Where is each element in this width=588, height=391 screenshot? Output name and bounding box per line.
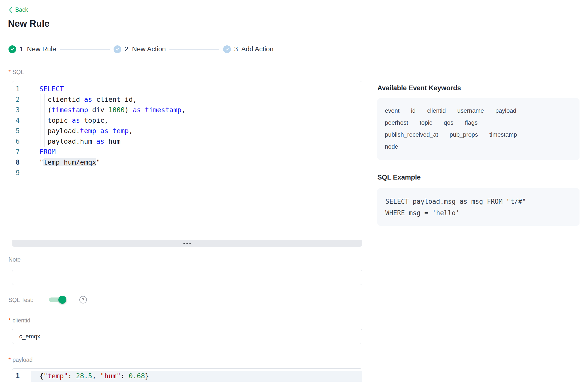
keyword-row: peerhosttopicqosflags	[385, 119, 572, 126]
step-label: 3. Add Action	[234, 45, 274, 53]
code-line: 4 topic as topic,	[12, 115, 362, 126]
help-icon[interactable]: ?	[79, 296, 87, 303]
step-connector	[169, 49, 219, 50]
line-number: 1	[12, 371, 20, 381]
chevron-left-icon	[8, 7, 13, 13]
check-icon	[225, 47, 229, 52]
note-input[interactable]	[12, 270, 362, 285]
event-keyword: node	[385, 143, 398, 150]
editor-resize-handle[interactable]	[12, 240, 362, 247]
sql-example-title: SQL Example	[377, 174, 421, 181]
event-keyword: flags	[465, 119, 478, 126]
event-keyword: qos	[444, 119, 453, 126]
step-label: 1. New Rule	[19, 45, 56, 53]
line-number: 3	[12, 105, 20, 115]
line-number: 4	[12, 115, 20, 126]
keyword-row: node	[385, 143, 572, 150]
clientid-field-label: *clientid	[8, 317, 30, 324]
event-keyword: topic	[420, 119, 432, 126]
required-asterisk: *	[8, 357, 11, 363]
code-line: 5 payload.temp as temp,	[12, 126, 362, 136]
back-label[interactable]: Back	[15, 6, 28, 13]
check-icon	[10, 47, 15, 52]
page-title: New Rule	[8, 18, 50, 29]
code-line: 7FROM	[12, 147, 362, 157]
event-keyword: username	[457, 107, 484, 114]
sql-example-box: SELECT payload.msg as msg FROM "t/#"WHER…	[377, 188, 580, 226]
code-line: 3 (timestamp div 1000) as timestamp,	[12, 105, 362, 115]
line-number: 1	[12, 84, 20, 94]
required-asterisk: *	[8, 317, 11, 324]
event-keyword: clientid	[427, 107, 446, 114]
drag-dots-icon	[183, 243, 185, 244]
code-line: 6 payload.hum as hum	[12, 136, 362, 147]
toggle-knob	[58, 296, 66, 304]
note-field-label: Note	[8, 256, 21, 263]
event-keyword: event	[385, 107, 400, 114]
line-number: 9	[12, 168, 20, 178]
event-keyword: publish_received_at	[385, 131, 438, 138]
event-keyword: payload	[495, 107, 516, 114]
step-item[interactable]: 2. New Action	[114, 45, 166, 53]
code-line: 2 clientid as client_id,	[12, 94, 362, 105]
line-number: 5	[12, 126, 20, 136]
sql-editor-content[interactable]: 1SELECT2 clientid as client_id,3 (timest…	[12, 81, 362, 240]
sql-test-toggle[interactable]	[49, 297, 66, 302]
keywords-panel-title: Available Event Keywords	[377, 84, 461, 92]
payload-code-editor[interactable]: 1{"temp": 28.5, "hum": 0.68}	[12, 368, 362, 391]
sql-test-label: SQL Test:	[8, 297, 33, 303]
keyword-row: eventidclientidusernamepayload	[385, 107, 572, 114]
back-link[interactable]: Back	[8, 6, 28, 13]
step-status-icon	[223, 45, 231, 53]
step-status-icon	[8, 45, 16, 53]
payload-editor-content[interactable]: 1{"temp": 28.5, "hum": 0.68}	[12, 369, 362, 391]
step-connector	[60, 49, 110, 50]
check-icon	[115, 47, 120, 52]
step-label: 2. New Action	[125, 45, 166, 53]
event-keyword: peerhost	[385, 119, 408, 126]
line-number: 2	[12, 94, 20, 105]
line-number: 8	[12, 157, 20, 168]
stepper: 1. New Rule2. New Action3. Add Action	[8, 45, 274, 53]
keyword-row: publish_received_atpub_propstimestamp	[385, 131, 572, 138]
event-keywords-box: eventidclientidusernamepayloadpeerhostto…	[377, 98, 580, 160]
payload-field-label: *payload	[8, 357, 33, 363]
sql-field-label: *SQL	[8, 69, 24, 76]
sql-code-editor[interactable]: 1SELECT2 clientid as client_id,3 (timest…	[12, 81, 362, 247]
line-number: 7	[12, 147, 20, 157]
code-line: 9	[12, 168, 362, 178]
code-line: 8"temp_hum/emqx"	[12, 157, 362, 168]
event-keyword: timestamp	[489, 131, 517, 138]
step-item[interactable]: 3. Add Action	[223, 45, 274, 53]
step-item[interactable]: 1. New Rule	[8, 45, 56, 53]
required-asterisk: *	[8, 69, 11, 75]
code-line: 1SELECT	[12, 84, 362, 94]
sql-example-line: WHERE msg = 'hello'	[385, 207, 580, 219]
line-number: 6	[12, 136, 20, 147]
event-keyword: id	[411, 107, 416, 114]
sql-example-line: SELECT payload.msg as msg FROM "t/#"	[385, 196, 580, 207]
step-status-icon	[114, 45, 121, 53]
code-line: 1{"temp": 28.5, "hum": 0.68}	[12, 371, 362, 381]
clientid-input[interactable]	[12, 329, 362, 344]
event-keyword: pub_props	[449, 131, 478, 138]
